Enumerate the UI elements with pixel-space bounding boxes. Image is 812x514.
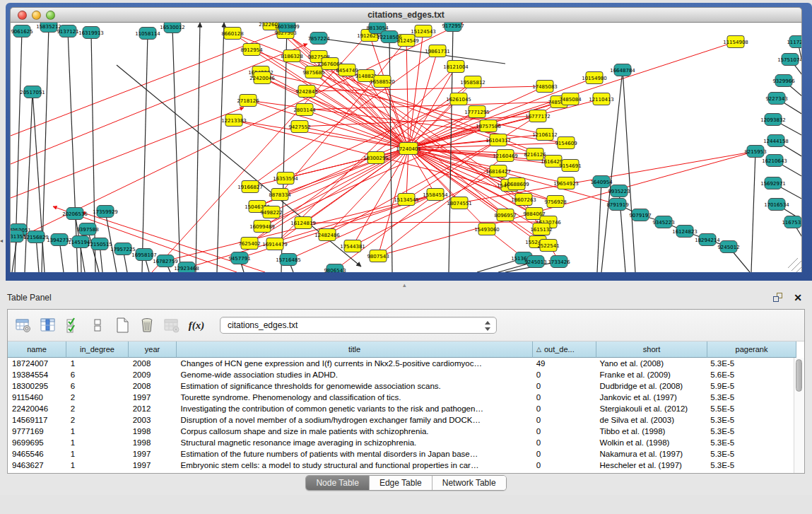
graph-node[interactable]: 15692971: [760, 177, 786, 189]
table-row[interactable]: 1938455462009Genome-wide association stu…: [8, 369, 795, 380]
table-cell[interactable]: Franke et al. (2009): [596, 369, 707, 380]
graph-node[interactable]: 8660128: [221, 28, 243, 40]
graph-node[interactable]: 19585812: [460, 76, 486, 88]
graph-node[interactable]: 8215953: [744, 146, 766, 158]
graph-node[interactable]: 15124543: [411, 25, 436, 37]
table-cell[interactable]: Jankovic et al. (1997): [596, 392, 707, 403]
table-cell[interactable]: 2: [66, 414, 129, 426]
table-row[interactable]: 977716911998Corpus callosum shape and si…: [8, 426, 795, 437]
window-resize-grip[interactable]: [795, 264, 802, 272]
graph-node[interactable]: 16261045: [446, 93, 471, 105]
graph-node[interactable]: 16914479: [262, 238, 288, 250]
graph-node[interactable]: 1615132: [530, 223, 552, 235]
column-settings-icon[interactable]: [14, 316, 33, 334]
graph-node[interactable]: 9061625: [11, 25, 33, 37]
table-cell[interactable]: Tibbo et al. (1998): [596, 426, 707, 437]
table-cell[interactable]: 14569117: [8, 414, 66, 426]
table-cell[interactable]: 0: [532, 414, 596, 426]
table-cell[interactable]: Embryonic stem cells: a model to study s…: [177, 460, 532, 471]
tab-edge-table[interactable]: Edge Table: [370, 476, 433, 490]
table-cell[interactable]: Estimation of significance thresholds fo…: [177, 380, 532, 392]
column-header-name[interactable]: name: [8, 341, 66, 358]
graph-node[interactable]: 16777172: [525, 110, 551, 122]
table-cell[interactable]: Estimation of the future numbers of pati…: [177, 448, 532, 460]
graph-node[interactable]: 12444158: [763, 135, 789, 147]
table-cell[interactable]: 1: [66, 437, 129, 448]
table-cell[interactable]: Genome-wide association studies in ADHD.: [177, 369, 532, 380]
graph-node[interactable]: 8912954: [240, 44, 263, 56]
graph-node[interactable]: 9227343: [765, 93, 787, 105]
table-cell[interactable]: Nakamura et al. (1997): [596, 448, 707, 460]
graph-node[interactable]: 9935223: [608, 185, 630, 197]
graph-node[interactable]: 17016534: [764, 199, 789, 211]
graph-node[interactable]: 16319913: [78, 27, 104, 39]
graph-node[interactable]: 12213383: [221, 115, 247, 127]
graph-node[interactable]: 17544381: [340, 240, 365, 252]
table-cell[interactable]: 1997: [129, 448, 177, 460]
graph-node[interactable]: 9345223: [652, 216, 674, 228]
table-cell[interactable]: 5.3E-5: [706, 437, 795, 448]
graph-node[interactable]: 12093832: [760, 114, 786, 126]
table-cell[interactable]: 0: [532, 448, 596, 460]
graph-node[interactable]: 8791919: [606, 199, 628, 211]
graph-node[interactable]: 9329966: [772, 75, 795, 87]
graph-node[interactable]: 2522541: [537, 240, 559, 252]
table-cell[interactable]: 1: [66, 460, 129, 471]
table-cell[interactable]: 5.3E-5: [706, 392, 795, 403]
table-source-select[interactable]: citations_edges.txt: [220, 317, 497, 334]
graph-node[interactable]: 18121004: [443, 61, 469, 73]
graph-node[interactable]: 9756928: [544, 196, 566, 208]
table-cell[interactable]: 0: [532, 403, 596, 414]
graph-node[interactable]: 2718126: [237, 95, 259, 107]
table-cell[interactable]: 1: [66, 358, 129, 369]
table-cell[interactable]: 9699695: [8, 437, 66, 448]
network-window-titlebar[interactable]: citations_edges.txt: [10, 7, 802, 23]
tab-node-table[interactable]: Node Table: [306, 476, 370, 490]
graph-node[interactable]: 7485084: [559, 93, 582, 105]
graph-node[interactable]: 17485083: [532, 81, 558, 93]
graph-node[interactable]: 17771295: [464, 106, 490, 118]
table-cell[interactable]: 1997: [129, 392, 177, 403]
graph-node[interactable]: 17240401: [396, 143, 421, 155]
graph-node[interactable]: 18300295: [363, 152, 389, 164]
table-cell[interactable]: Hescheler et al. (1997): [596, 460, 707, 471]
table-cell[interactable]: 6: [66, 380, 129, 392]
table-cell[interactable]: 0: [532, 380, 596, 392]
graph-node[interactable]: 12110413: [589, 93, 614, 105]
graph-node[interactable]: 9427552: [288, 121, 310, 133]
graph-node[interactable]: 10154980: [582, 72, 607, 84]
graph-node[interactable]: 17359929: [93, 206, 118, 218]
graph-node[interactable]: 8878334: [269, 189, 291, 201]
table-cell[interactable]: 18300295: [8, 380, 66, 392]
column-header-pagerank[interactable]: pagerank: [707, 341, 796, 358]
table-cell[interactable]: Investigating the contribution of common…: [177, 403, 532, 414]
table-cell[interactable]: 1998: [129, 437, 177, 448]
panel-splitter[interactable]: ▴: [0, 281, 812, 289]
graph-node[interactable]: 16099489: [249, 221, 275, 233]
graph-node[interactable]: 16816427: [486, 165, 511, 177]
table-cell[interactable]: 6: [66, 369, 129, 380]
graph-node[interactable]: 18757586: [476, 120, 501, 132]
table-cell[interactable]: 0: [532, 426, 596, 437]
table-cell[interactable]: 0: [532, 437, 596, 448]
float-panel-icon[interactable]: [773, 293, 784, 303]
graph-node[interactable]: 20517051: [20, 86, 45, 98]
graph-node[interactable]: 15134545: [394, 194, 419, 206]
graph-node[interactable]: 2803144: [293, 104, 316, 116]
graph-node[interactable]: 19166827: [237, 181, 263, 193]
row-merge-icon[interactable]: [88, 316, 107, 334]
table-cell[interactable]: Structural magnetic resonance image aver…: [177, 437, 532, 448]
graph-node[interactable]: 9806543: [324, 264, 346, 273]
window-resize-grip[interactable]: [792, 261, 801, 271]
new-column-icon[interactable]: [113, 316, 131, 334]
table-cell[interactable]: 9463627: [8, 460, 66, 471]
table-row[interactable]: 946362711997Embryonic stem cells: a mode…: [8, 460, 795, 471]
table-cell[interactable]: 5.3E-5: [706, 460, 795, 471]
graph-node[interactable]: 9498222: [260, 206, 282, 218]
table-cell[interactable]: 1: [66, 426, 129, 437]
table-cell[interactable]: 5.3E-5: [706, 414, 795, 426]
delete-column-icon[interactable]: [138, 316, 156, 334]
graph-node[interactable]: 8096957: [494, 209, 516, 221]
table-cell[interactable]: 9465546: [8, 448, 66, 460]
column-header-in_degree[interactable]: in_degree: [66, 341, 129, 358]
